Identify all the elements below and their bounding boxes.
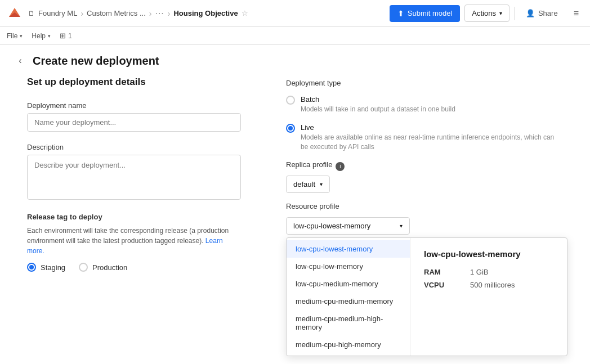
left-panel: Set up deployment details Deployment nam…: [27, 77, 241, 283]
help-label: Help: [32, 32, 46, 40]
resource-option-1[interactable]: low-cpu-low-memory: [287, 258, 410, 275]
menu-icon: ≡: [574, 8, 579, 18]
nav-right: ⬆ Submit model Actions ▾ 👤 Share ≡: [390, 5, 583, 23]
live-option[interactable]: Live Models are available online as near…: [286, 123, 563, 152]
back-bar: ‹ Create new deployment: [0, 45, 590, 77]
users-indicator[interactable]: ⊞ 1: [60, 32, 72, 40]
release-tag-title: Release tag to deploy: [27, 213, 241, 221]
deployment-name-label: Deployment name: [27, 101, 241, 110]
detail-ram-row: RAM 1 GiB: [424, 268, 553, 276]
resource-detail-panel: low-cpu-lowest-memory RAM 1 GiB VCPU 500…: [410, 238, 567, 356]
breadcrumb-label-current: Housing Objective: [173, 9, 238, 17]
breadcrumb-more[interactable]: ···: [155, 8, 164, 19]
staging-label: Staging: [41, 263, 65, 272]
resource-profile-dropdown[interactable]: low-cpu-lowest-memory ▾: [286, 217, 410, 235]
breadcrumb-current-item: Housing Objective ☆: [173, 9, 248, 17]
breadcrumb-custom-metrics[interactable]: Custom Metrics ...: [87, 9, 146, 17]
release-radio-group: Staging Production: [27, 263, 241, 272]
section-title: Set up deployment details: [27, 77, 241, 88]
resource-option-4[interactable]: medium-cpu-medium-high-memory: [287, 310, 410, 336]
deployment-type-title: Deployment type: [286, 79, 563, 87]
back-arrow-icon: ‹: [19, 56, 21, 66]
batch-option-text: Batch Models will take in and output a d…: [301, 95, 455, 114]
resource-option-2[interactable]: low-cpu-medium-memory: [287, 275, 410, 293]
resource-option-0[interactable]: low-cpu-lowest-memory: [287, 240, 410, 258]
resource-profile-label: Resource profile: [286, 202, 339, 210]
page-title: Create new deployment: [33, 55, 159, 68]
resource-chevron-icon: ▾: [400, 223, 403, 229]
file-label: File: [7, 32, 17, 40]
menu-button[interactable]: ≡: [569, 5, 583, 23]
live-desc: Models are available online as near real…: [301, 133, 563, 152]
submit-label: Submit model: [408, 9, 452, 17]
main-content: Set up deployment details Deployment nam…: [0, 77, 590, 283]
replica-profile-label: Replica profile: [286, 160, 332, 169]
batch-radio-dot: [286, 96, 295, 105]
nav-divider-1: [514, 7, 515, 20]
actions-chevron-icon: ▾: [499, 10, 502, 16]
release-tag-desc: Each environment will take the correspon…: [27, 226, 241, 256]
resource-label-row: Resource profile: [286, 202, 563, 214]
replica-chevron-icon: ▾: [320, 181, 323, 187]
users-count: 1: [68, 32, 72, 40]
right-panel: Deployment type Batch Models will take i…: [286, 77, 563, 283]
second-bar: File ▾ Help ▾ ⊞ 1: [0, 27, 590, 45]
deployment-name-field: Deployment name: [27, 101, 241, 132]
submit-model-button[interactable]: ⬆ Submit model: [390, 5, 460, 22]
share-label: Share: [538, 9, 558, 17]
breadcrumb-sep-2: ›: [149, 9, 152, 18]
share-button[interactable]: 👤 Share: [519, 5, 565, 21]
logo: [7, 5, 23, 22]
live-option-text: Live Models are available online as near…: [301, 123, 563, 152]
ram-value: 1 GiB: [470, 268, 489, 276]
production-radio[interactable]: Production: [79, 263, 127, 272]
description-label: Description: [27, 143, 241, 151]
resource-dropdown-list: low-cpu-lowest-memory low-cpu-low-memory…: [287, 238, 410, 356]
live-radio-dot: [286, 124, 295, 133]
breadcrumb-label-foundry: Foundry ML: [38, 9, 77, 17]
actions-label: Actions: [472, 9, 496, 17]
vcpu-value: 500 millicores: [470, 281, 515, 289]
vcpu-key: VCPU: [424, 281, 452, 289]
back-button[interactable]: ‹: [14, 54, 27, 68]
ram-key: RAM: [424, 268, 452, 276]
description-textarea[interactable]: [27, 155, 241, 200]
breadcrumb-foundry[interactable]: 🗋 Foundry ML: [28, 9, 77, 17]
file-icon: 🗋: [28, 10, 35, 17]
replica-label-row: Replica profile i: [286, 160, 563, 172]
users-icon: ⊞: [60, 32, 66, 40]
breadcrumb-sep-3: ›: [168, 9, 171, 18]
release-tag-section: Release tag to deploy Each environment w…: [27, 213, 241, 272]
breadcrumb-label-custom: Custom Metrics ...: [87, 9, 146, 17]
detail-title: low-cpu-lowest-memory: [424, 249, 553, 259]
deployment-name-input[interactable]: [27, 113, 241, 132]
breadcrumb: 🗋 Foundry ML › Custom Metrics ... › ··· …: [28, 8, 390, 19]
batch-option[interactable]: Batch Models will take in and output a d…: [286, 95, 563, 114]
help-chevron-icon: ▾: [48, 33, 51, 39]
file-menu[interactable]: File ▾: [7, 32, 23, 40]
actions-button[interactable]: Actions ▾: [464, 5, 509, 22]
submit-icon: ⬆: [397, 9, 404, 18]
breadcrumb-sep-1: ›: [81, 9, 83, 18]
replica-profile-value: default: [293, 180, 315, 188]
production-radio-circle: [79, 263, 88, 272]
resource-option-5[interactable]: medium-cpu-high-memory: [287, 336, 410, 353]
staging-radio[interactable]: Staging: [27, 263, 65, 272]
resource-profile-row: Resource profile low-cpu-lowest-memory ▾…: [286, 202, 563, 235]
replica-profile-dropdown[interactable]: default ▾: [286, 176, 330, 193]
resource-dropdown-panel: low-cpu-lowest-memory low-cpu-low-memory…: [286, 237, 567, 356]
help-menu[interactable]: Help ▾: [32, 32, 51, 40]
batch-label: Batch: [301, 95, 455, 104]
resource-profile-value: low-cpu-lowest-memory: [293, 222, 370, 230]
resource-dropdown-container: low-cpu-lowest-memory ▾ low-cpu-lowest-m…: [286, 217, 563, 235]
live-label: Live: [301, 123, 563, 132]
top-nav: 🗋 Foundry ML › Custom Metrics ... › ··· …: [0, 0, 590, 27]
replica-profile-row: Replica profile i default ▾: [286, 160, 563, 193]
replica-info-icon[interactable]: i: [336, 162, 345, 171]
resource-option-3[interactable]: medium-cpu-medium-memory: [287, 293, 410, 310]
staging-radio-circle: [27, 263, 36, 272]
release-desc-text: Each environment will take the correspon…: [27, 227, 229, 245]
production-label: Production: [92, 263, 127, 272]
star-icon[interactable]: ☆: [242, 9, 248, 17]
detail-vcpu-row: VCPU 500 millicores: [424, 281, 553, 289]
